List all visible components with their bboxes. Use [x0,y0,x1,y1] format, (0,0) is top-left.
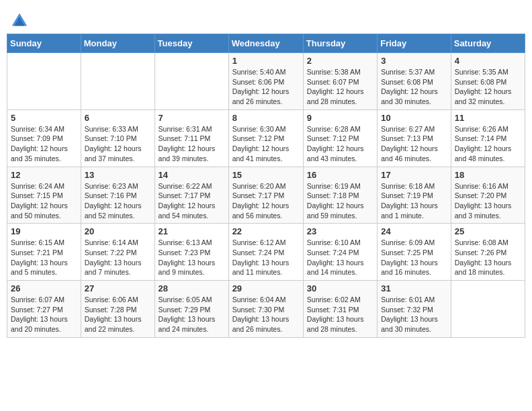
calendar-cell: 4Sunrise: 5:35 AM Sunset: 6:08 PM Daylig… [451,53,525,110]
calendar-cell: 30Sunrise: 6:02 AM Sunset: 7:31 PM Dayli… [303,281,377,338]
day-info: Sunrise: 6:15 AM Sunset: 7:21 PM Dayligh… [11,238,77,277]
calendar-cell [81,53,154,110]
calendar-cell: 1Sunrise: 5:40 AM Sunset: 6:06 PM Daylig… [228,53,303,110]
day-info: Sunrise: 6:10 AM Sunset: 7:24 PM Dayligh… [307,238,373,277]
logo-icon [9,11,30,31]
day-number: 10 [381,113,447,123]
day-number: 2 [307,56,373,66]
calendar-cell: 14Sunrise: 6:22 AM Sunset: 7:17 PM Dayli… [154,167,228,224]
day-number: 27 [85,283,151,293]
day-number: 8 [232,113,300,123]
calendar-cell: 9Sunrise: 6:28 AM Sunset: 7:12 PM Daylig… [303,109,377,167]
calendar-cell: 3Sunrise: 5:37 AM Sunset: 6:08 PM Daylig… [378,53,451,110]
day-info: Sunrise: 6:20 AM Sunset: 7:17 PM Dayligh… [232,181,300,221]
calendar-cell: 26Sunrise: 6:07 AM Sunset: 7:27 PM Dayli… [7,281,81,338]
day-number: 17 [381,170,447,180]
calendar-table: Sunday Monday Tuesday Wednesday Thursday… [7,34,525,338]
calendar-header-row: Sunday Monday Tuesday Wednesday Thursday… [7,34,525,53]
col-thursday: Thursday [303,34,377,53]
calendar-week-row: 12Sunrise: 6:24 AM Sunset: 7:15 PM Dayli… [7,167,525,224]
day-info: Sunrise: 6:22 AM Sunset: 7:17 PM Dayligh… [159,181,225,221]
day-info: Sunrise: 6:09 AM Sunset: 7:25 PM Dayligh… [381,238,447,277]
day-number: 13 [85,170,151,180]
day-number: 5 [11,113,77,123]
day-info: Sunrise: 5:38 AM Sunset: 6:07 PM Dayligh… [307,67,373,107]
day-number: 18 [455,170,521,180]
page-header [7,7,525,31]
day-number: 30 [307,283,373,293]
col-tuesday: Tuesday [154,34,228,53]
calendar-cell: 31Sunrise: 6:01 AM Sunset: 7:32 PM Dayli… [378,281,451,338]
calendar-cell: 2Sunrise: 5:38 AM Sunset: 6:07 PM Daylig… [303,53,377,110]
day-number: 3 [381,56,447,66]
day-info: Sunrise: 6:34 AM Sunset: 7:09 PM Dayligh… [11,124,77,164]
calendar-cell: 8Sunrise: 6:30 AM Sunset: 7:12 PM Daylig… [228,109,303,167]
calendar-cell: 12Sunrise: 6:24 AM Sunset: 7:15 PM Dayli… [7,167,81,224]
calendar-cell: 13Sunrise: 6:23 AM Sunset: 7:16 PM Dayli… [81,167,154,224]
day-info: Sunrise: 5:37 AM Sunset: 6:08 PM Dayligh… [381,67,447,107]
day-info: Sunrise: 6:18 AM Sunset: 7:19 PM Dayligh… [381,181,447,221]
day-number: 26 [11,283,77,293]
calendar-cell: 10Sunrise: 6:27 AM Sunset: 7:13 PM Dayli… [378,109,451,167]
day-info: Sunrise: 6:08 AM Sunset: 7:26 PM Dayligh… [455,238,521,277]
day-info: Sunrise: 5:35 AM Sunset: 6:08 PM Dayligh… [455,67,521,107]
calendar-cell: 27Sunrise: 6:06 AM Sunset: 7:28 PM Dayli… [81,281,154,338]
day-info: Sunrise: 6:19 AM Sunset: 7:18 PM Dayligh… [307,181,373,221]
calendar-week-row: 1Sunrise: 5:40 AM Sunset: 6:06 PM Daylig… [7,53,525,110]
day-number: 24 [381,226,447,236]
calendar-cell: 23Sunrise: 6:10 AM Sunset: 7:24 PM Dayli… [303,224,377,281]
day-info: Sunrise: 6:02 AM Sunset: 7:31 PM Dayligh… [307,295,373,334]
calendar-cell: 21Sunrise: 6:13 AM Sunset: 7:23 PM Dayli… [154,224,228,281]
day-number: 11 [455,113,521,123]
day-number: 7 [159,113,225,123]
day-info: Sunrise: 6:27 AM Sunset: 7:13 PM Dayligh… [381,124,447,164]
day-info: Sunrise: 6:04 AM Sunset: 7:30 PM Dayligh… [232,295,300,334]
day-info: Sunrise: 6:30 AM Sunset: 7:12 PM Dayligh… [232,124,300,164]
day-info: Sunrise: 5:40 AM Sunset: 6:06 PM Dayligh… [232,67,300,107]
day-info: Sunrise: 6:24 AM Sunset: 7:15 PM Dayligh… [11,181,77,221]
day-number: 21 [159,226,225,236]
col-sunday: Sunday [7,34,81,53]
day-number: 12 [11,170,77,180]
day-info: Sunrise: 6:01 AM Sunset: 7:32 PM Dayligh… [381,295,447,334]
day-number: 16 [307,170,373,180]
calendar-cell: 16Sunrise: 6:19 AM Sunset: 7:18 PM Dayli… [303,167,377,224]
day-info: Sunrise: 6:16 AM Sunset: 7:20 PM Dayligh… [455,181,521,221]
day-info: Sunrise: 6:13 AM Sunset: 7:23 PM Dayligh… [159,238,225,277]
calendar-cell: 25Sunrise: 6:08 AM Sunset: 7:26 PM Dayli… [451,224,525,281]
col-saturday: Saturday [451,34,525,53]
calendar-week-row: 26Sunrise: 6:07 AM Sunset: 7:27 PM Dayli… [7,281,525,338]
day-number: 22 [232,226,300,236]
calendar-cell: 28Sunrise: 6:05 AM Sunset: 7:29 PM Dayli… [154,281,228,338]
calendar-cell: 19Sunrise: 6:15 AM Sunset: 7:21 PM Dayli… [7,224,81,281]
day-info: Sunrise: 6:07 AM Sunset: 7:27 PM Dayligh… [11,295,77,334]
day-info: Sunrise: 6:26 AM Sunset: 7:14 PM Dayligh… [455,124,521,164]
calendar-cell: 24Sunrise: 6:09 AM Sunset: 7:25 PM Dayli… [378,224,451,281]
day-number: 14 [159,170,225,180]
day-number: 19 [11,226,77,236]
calendar-cell: 20Sunrise: 6:14 AM Sunset: 7:22 PM Dayli… [81,224,154,281]
day-number: 1 [232,56,300,66]
calendar-cell: 22Sunrise: 6:12 AM Sunset: 7:24 PM Dayli… [228,224,303,281]
logo [9,11,31,31]
day-number: 29 [232,283,300,293]
day-info: Sunrise: 6:31 AM Sunset: 7:11 PM Dayligh… [159,124,225,164]
calendar-cell [154,53,228,110]
day-number: 25 [455,226,521,236]
calendar-week-row: 19Sunrise: 6:15 AM Sunset: 7:21 PM Dayli… [7,224,525,281]
day-info: Sunrise: 6:14 AM Sunset: 7:22 PM Dayligh… [85,238,151,277]
calendar-cell: 15Sunrise: 6:20 AM Sunset: 7:17 PM Dayli… [228,167,303,224]
calendar-cell [7,53,81,110]
day-number: 4 [455,56,521,66]
col-friday: Friday [378,34,451,53]
day-number: 31 [381,283,447,293]
col-monday: Monday [81,34,154,53]
calendar-cell: 29Sunrise: 6:04 AM Sunset: 7:30 PM Dayli… [228,281,303,338]
calendar-cell: 6Sunrise: 6:33 AM Sunset: 7:10 PM Daylig… [81,109,154,167]
day-number: 23 [307,226,373,236]
day-number: 9 [307,113,373,123]
day-info: Sunrise: 6:33 AM Sunset: 7:10 PM Dayligh… [85,124,151,164]
day-number: 15 [232,170,300,180]
calendar-cell: 17Sunrise: 6:18 AM Sunset: 7:19 PM Dayli… [378,167,451,224]
col-wednesday: Wednesday [228,34,303,53]
